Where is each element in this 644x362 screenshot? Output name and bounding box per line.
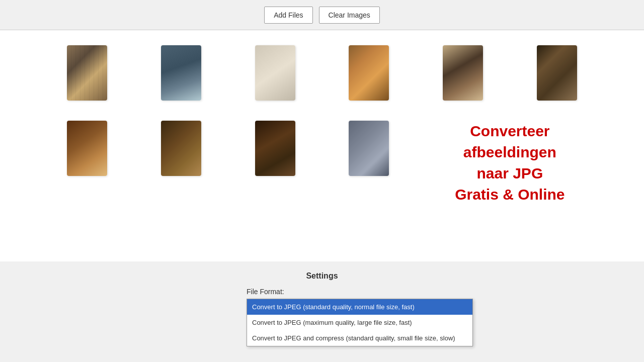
format-dropdown-container: Convert to JPEG (standard quality, norma…: [247, 299, 397, 314]
settings-title: Settings: [306, 272, 338, 281]
top-bar: Add Files Clear Images: [0, 0, 644, 30]
add-files-button[interactable]: Add Files: [264, 7, 312, 24]
dropdown-option-1[interactable]: Convert to JPEG (standard quality, norma…: [247, 299, 472, 315]
promo-line-3: Gratis & Online: [455, 186, 565, 203]
file-format-label: File Format:: [247, 288, 284, 296]
image-cell-6: [510, 40, 604, 106]
promo-heading: Converteer afbeeldingen naar JPG Gratis …: [426, 121, 594, 205]
image-row-2: Converteer afbeeldingen naar JPG Gratis …: [40, 116, 604, 210]
image-cell-4: [322, 40, 416, 106]
settings-section: Settings File Format: Convert to JPEG (s…: [0, 261, 644, 314]
image-cell-9: [228, 116, 322, 181]
image-thumb-6: [537, 45, 577, 101]
image-cell-7: [40, 116, 134, 181]
promo-line-2: naar JPG: [476, 165, 543, 182]
image-cell-1: [40, 40, 134, 106]
dropdown-option-2[interactable]: Convert to JPEG (maximum quality, large …: [247, 315, 472, 330]
image-thumb-4: [349, 45, 389, 101]
main-content: Converteer afbeeldingen naar JPG Gratis …: [0, 30, 644, 261]
image-thumb-10: [349, 121, 389, 176]
image-cell-3: [228, 40, 322, 106]
dropdown-option-3[interactable]: Convert to JPEG and compress (standard q…: [247, 330, 472, 346]
image-thumb-9: [255, 121, 295, 176]
image-thumb-1: [67, 45, 107, 101]
image-cell-2: [134, 40, 228, 106]
settings-row: File Format: Convert to JPEG (standard q…: [247, 288, 397, 314]
image-row-1: [40, 40, 604, 106]
image-thumb-7: [67, 121, 107, 176]
promo-line-1: Converteer afbeeldingen: [463, 123, 556, 160]
image-thumb-8: [161, 121, 201, 176]
dropdown-list: Convert to JPEG (standard quality, norma…: [247, 299, 473, 346]
image-cell-10: [322, 116, 416, 181]
promo-text-block: Converteer afbeeldingen naar JPG Gratis …: [416, 116, 604, 210]
image-thumb-3: [255, 45, 295, 101]
image-cell-5: [416, 40, 510, 106]
image-cell-8: [134, 116, 228, 181]
image-thumb-5: [443, 45, 483, 101]
clear-images-button[interactable]: Clear Images: [319, 7, 380, 24]
image-thumb-2: [161, 45, 201, 101]
